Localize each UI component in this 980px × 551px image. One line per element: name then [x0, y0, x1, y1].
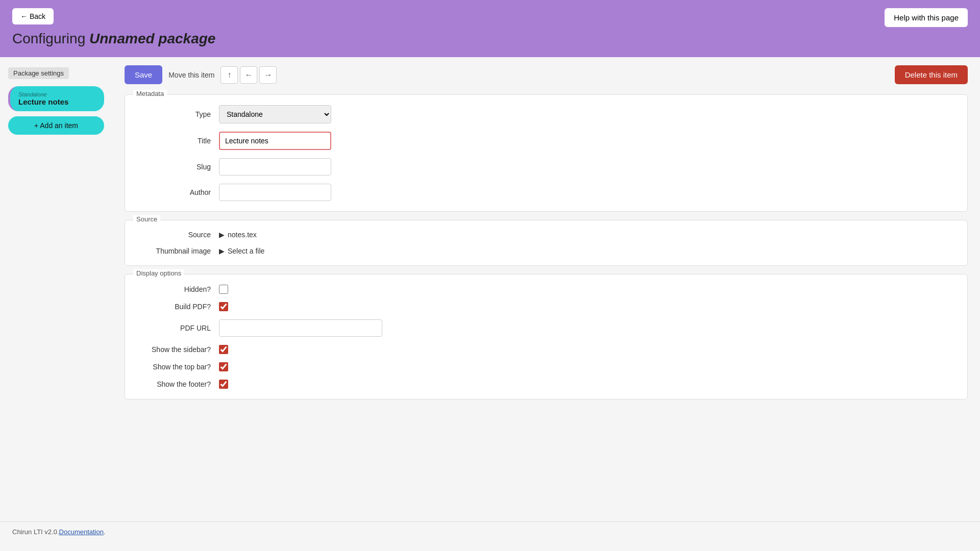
source-label: Source — [137, 231, 219, 239]
source-filename: notes.tex — [228, 231, 257, 239]
thumbnail-select-text: Select a file — [228, 247, 264, 255]
move-buttons: ↑ ← → — [220, 66, 277, 84]
hidden-row: Hidden? — [137, 285, 955, 294]
source-row: Source ▶ notes.tex — [137, 231, 955, 239]
help-button[interactable]: Help with this page — [885, 8, 968, 27]
source-section: Source Source ▶ notes.tex Thumbnail imag… — [125, 220, 968, 266]
package-settings-label[interactable]: Package settings — [8, 67, 69, 79]
thumbnail-row: Thumbnail image ▶ Select a file — [137, 247, 955, 255]
page-header: ← Back Configuring Unnamed package Help … — [0, 0, 980, 57]
build-pdf-checkbox[interactable] — [219, 302, 228, 311]
source-legend: Source — [133, 215, 160, 223]
pdf-url-label: PDF URL — [137, 324, 219, 332]
footer-suffix: . — [104, 528, 106, 536]
slug-row: Slug — [137, 158, 955, 176]
documentation-link[interactable]: Documentation — [59, 528, 104, 536]
move-up-button[interactable]: ↑ — [220, 66, 238, 84]
sidebar-item-name: Lecture notes — [18, 97, 96, 106]
title-row: Title — [137, 132, 955, 150]
back-button[interactable]: ← Back — [12, 8, 54, 24]
slug-input[interactable] — [219, 158, 331, 176]
title-prefix: Configuring — [12, 31, 89, 46]
type-select[interactable]: Standalone Section External — [219, 105, 331, 123]
thumbnail-label: Thumbnail image — [137, 247, 219, 255]
build-pdf-label: Build PDF? — [137, 303, 219, 311]
sidebar: Package settings Standalone Lecture note… — [0, 57, 112, 521]
display-options-legend: Display options — [133, 269, 184, 277]
author-label: Author — [137, 188, 219, 196]
type-label: Type — [137, 110, 219, 118]
build-pdf-row: Build PDF? — [137, 302, 955, 311]
content-area: Save Move this item ↑ ← → Delete this it… — [112, 57, 980, 521]
show-footer-checkbox[interactable] — [219, 380, 228, 389]
move-label: Move this item — [168, 71, 214, 79]
source-arrow-icon: ▶ — [219, 231, 225, 239]
show-sidebar-row: Show the sidebar? — [137, 345, 955, 354]
show-sidebar-label: Show the sidebar? — [137, 345, 219, 354]
type-row: Type Standalone Section External — [137, 105, 955, 123]
author-row: Author — [137, 184, 955, 201]
header-left: ← Back Configuring Unnamed package — [12, 8, 215, 47]
show-footer-label: Show the footer? — [137, 380, 219, 388]
thumbnail-arrow-icon: ▶ — [219, 247, 225, 255]
sidebar-item[interactable]: Standalone Lecture notes — [8, 86, 104, 111]
pdf-url-row: PDF URL — [137, 319, 955, 337]
main-layout: Package settings Standalone Lecture note… — [0, 57, 980, 521]
page-title: Configuring Unnamed package — [12, 31, 215, 47]
footer-text: Chirun LTI v2.0. — [12, 528, 59, 536]
move-left-button[interactable]: ← — [240, 66, 257, 84]
show-topbar-checkbox[interactable] — [219, 362, 228, 371]
show-sidebar-checkbox[interactable] — [219, 345, 228, 354]
toolbar-row: Save Move this item ↑ ← → Delete this it… — [125, 65, 968, 84]
show-footer-row: Show the footer? — [137, 380, 955, 389]
delete-button[interactable]: Delete this item — [895, 65, 968, 84]
sidebar-item-type: Standalone — [18, 91, 96, 97]
metadata-legend: Metadata — [133, 90, 167, 97]
show-topbar-label: Show the top bar? — [137, 363, 219, 371]
show-topbar-row: Show the top bar? — [137, 362, 955, 371]
title-label: Title — [137, 137, 219, 145]
title-italic: Unnamed package — [89, 31, 215, 46]
thumbnail-value[interactable]: ▶ Select a file — [219, 247, 264, 255]
title-input[interactable] — [219, 132, 331, 150]
move-right-button[interactable]: → — [259, 66, 277, 84]
toolbar-left: Save Move this item ↑ ← → — [125, 65, 277, 84]
hidden-label: Hidden? — [137, 285, 219, 293]
pdf-url-input[interactable] — [219, 319, 382, 337]
add-item-button[interactable]: + Add an item — [8, 116, 104, 135]
metadata-section: Metadata Type Standalone Section Externa… — [125, 94, 968, 212]
page-footer: Chirun LTI v2.0. Documentation . — [0, 521, 980, 542]
source-value: ▶ notes.tex — [219, 231, 257, 239]
save-button[interactable]: Save — [125, 65, 162, 84]
slug-label: Slug — [137, 163, 219, 171]
display-options-section: Display options Hidden? Build PDF? PDF U… — [125, 274, 968, 399]
hidden-checkbox[interactable] — [219, 285, 228, 294]
author-input[interactable] — [219, 184, 331, 201]
